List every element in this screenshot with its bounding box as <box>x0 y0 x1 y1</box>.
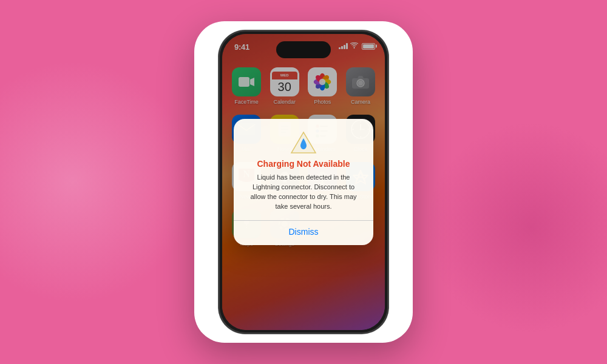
bg-blob-right <box>425 121 607 334</box>
iphone-frame: 9:41 <box>219 30 388 334</box>
warning-icon <box>290 131 317 154</box>
alert-message: Liquid has been detected in the Lightnin… <box>245 173 362 212</box>
alert-title: Charging Not Available <box>245 159 362 169</box>
iphone-screen: 9:41 <box>222 34 385 330</box>
alert-overlay: Charging Not Available Liquid has been d… <box>222 34 385 330</box>
alert-box: Charging Not Available Liquid has been d… <box>234 119 373 244</box>
bg-blob-left <box>0 61 194 303</box>
dismiss-button[interactable]: Dismiss <box>245 221 362 237</box>
white-card: 9:41 <box>194 21 413 343</box>
